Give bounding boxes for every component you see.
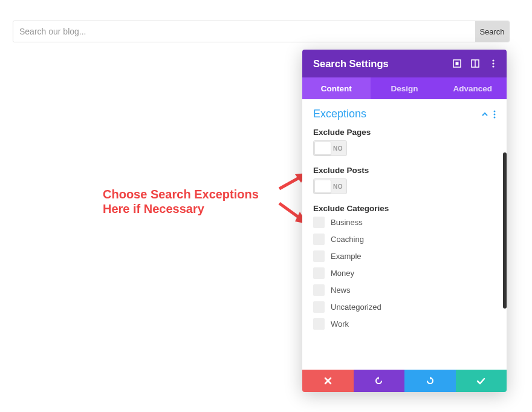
- panel-footer: [302, 370, 507, 392]
- toggle-knob: [314, 180, 331, 193]
- tab-content[interactable]: Content: [302, 77, 371, 99]
- category-checkbox[interactable]: [313, 217, 325, 228]
- category-checkbox[interactable]: [313, 250, 325, 262]
- svg-line-2: [279, 203, 301, 219]
- category-label: Business: [331, 218, 363, 227]
- category-label: Uncategorized: [331, 302, 381, 312]
- section-body: Exclude Pages NO Exclude Posts NO Exclud…: [302, 125, 507, 337]
- svg-point-8: [492, 59, 494, 61]
- category-list: Business Coaching Example Money News Unc…: [313, 217, 496, 330]
- category-checkbox[interactable]: [313, 234, 325, 245]
- exclude-pages-field: Exclude Pages NO: [313, 128, 496, 156]
- panel-header: Search Settings: [302, 50, 507, 77]
- category-checkbox[interactable]: [313, 301, 325, 313]
- svg-line-0: [279, 177, 301, 189]
- section-header[interactable]: Exceptions: [302, 99, 507, 125]
- category-item: Coaching: [313, 234, 496, 245]
- annotation-line1: Choose Search Exceptions: [103, 187, 259, 201]
- category-item: News: [313, 284, 496, 296]
- category-item: Business: [313, 217, 496, 228]
- category-item: Work: [313, 318, 496, 330]
- check-icon: [476, 378, 485, 385]
- redo-icon: [426, 376, 435, 385]
- blog-search-bar: Search: [13, 21, 510, 42]
- toggle-state: NO: [333, 183, 343, 190]
- exclude-posts-field: Exclude Posts NO: [313, 166, 496, 194]
- chevron-up-icon[interactable]: [481, 111, 488, 118]
- section-more-icon[interactable]: [493, 110, 496, 119]
- toggle-knob: [314, 142, 331, 155]
- category-label: Work: [331, 319, 349, 329]
- exclude-pages-label: Exclude Pages: [313, 128, 496, 137]
- category-item: Money: [313, 267, 496, 279]
- exclude-posts-label: Exclude Posts: [313, 166, 496, 175]
- category-item: Uncategorized: [313, 301, 496, 313]
- search-button[interactable]: Search: [475, 21, 509, 42]
- undo-icon: [374, 376, 383, 385]
- exclude-categories-label: Exclude Categories: [313, 204, 496, 213]
- category-checkbox[interactable]: [313, 267, 325, 279]
- annotation-text: Choose Search Exceptions Here if Necessa…: [103, 187, 259, 216]
- columns-icon[interactable]: [470, 59, 480, 68]
- redo-button[interactable]: [404, 370, 456, 392]
- category-item: Example: [313, 250, 496, 262]
- category-label: Example: [331, 252, 362, 261]
- section-controls: [481, 110, 496, 119]
- exclude-posts-toggle[interactable]: NO: [313, 178, 347, 194]
- panel-title: Search Settings: [313, 58, 389, 70]
- scrollbar[interactable]: [503, 152, 507, 309]
- svg-point-9: [492, 62, 494, 64]
- svg-rect-5: [456, 62, 459, 65]
- tab-design[interactable]: Design: [371, 77, 439, 99]
- svg-point-10: [492, 65, 494, 67]
- annotation-line2: Here if Necessary: [103, 201, 259, 216]
- exclude-pages-toggle[interactable]: NO: [313, 140, 347, 156]
- save-button[interactable]: [456, 370, 507, 392]
- tab-advanced[interactable]: Advanced: [438, 77, 507, 99]
- search-input[interactable]: [13, 21, 475, 42]
- expand-icon[interactable]: [452, 59, 462, 68]
- settings-panel: Search Settings Content Design Advanced …: [302, 50, 507, 392]
- category-label: Money: [331, 269, 354, 278]
- category-label: News: [331, 286, 351, 295]
- toggle-state: NO: [333, 145, 343, 152]
- close-icon: [324, 377, 332, 385]
- category-checkbox[interactable]: [313, 318, 325, 330]
- category-checkbox[interactable]: [313, 284, 325, 296]
- settings-tabs: Content Design Advanced: [302, 77, 507, 99]
- section-title: Exceptions: [313, 108, 366, 120]
- more-icon[interactable]: [488, 59, 498, 68]
- cancel-button[interactable]: [302, 370, 354, 392]
- svg-point-13: [494, 116, 496, 118]
- undo-button[interactable]: [354, 370, 405, 392]
- panel-body: Exceptions Exclude Pages NO Exclude Post: [302, 99, 507, 370]
- category-label: Coaching: [331, 235, 364, 244]
- svg-point-12: [494, 113, 496, 115]
- header-icons: [452, 59, 498, 68]
- exclude-categories-field: Exclude Categories Business Coaching Exa…: [313, 204, 496, 330]
- svg-point-11: [494, 110, 496, 112]
